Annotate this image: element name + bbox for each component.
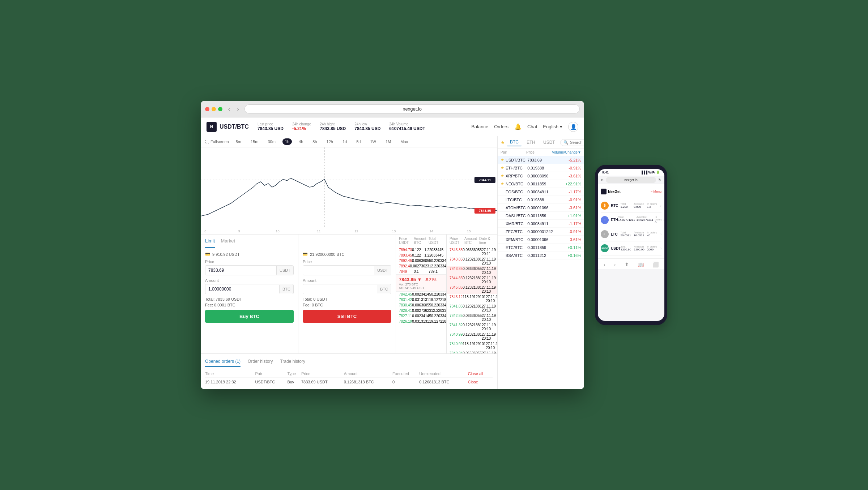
star-filter-icon[interactable]: ★ xyxy=(501,140,505,145)
trading-app: N USDT/BTC Last price 7843.85 USD 24h ch… xyxy=(201,117,584,389)
phone-refresh-icon[interactable]: ↻ xyxy=(658,178,661,182)
balance-link[interactable]: Balance xyxy=(471,124,488,129)
usdt-coin-icon: USDT xyxy=(601,244,609,252)
timeframe-4h[interactable]: 4h xyxy=(296,138,306,145)
orders-link[interactable]: Orders xyxy=(494,124,509,129)
sell-button[interactable]: Sell BTC xyxy=(303,310,391,323)
phone-nav-back[interactable]: ‹ xyxy=(604,262,605,267)
market-row-xrp-btc[interactable]: ★ XRP/BTC 0.00003096 -3.61% xyxy=(498,172,584,180)
buy-form-panel: Limit Market 💳 9 910.92 USDT Price xyxy=(201,235,298,353)
current-vol2-info: 6107415.49 USD xyxy=(399,286,443,290)
chart-toolbar: ⛶ Fullscreen 5m 15m 30m 1h 4h 8h 12h 1d … xyxy=(201,136,497,147)
buy-amount-input-wrap: BTC xyxy=(205,284,294,294)
market-row-ltc-btc[interactable]: ★ LTC/BTC 0.019388 -0.91% xyxy=(498,196,584,204)
buy-order-row: 7827.11 0.0023414 50.22033445 xyxy=(396,313,446,319)
market-tab[interactable]: Market xyxy=(221,235,235,248)
maximize-dot[interactable] xyxy=(218,107,222,111)
last-price-stat: Last price 7843.85 USD xyxy=(258,122,284,131)
language-button[interactable]: English ▾ xyxy=(543,124,562,129)
buy-balance-row: 💳 9 910.92 USDT xyxy=(205,252,294,257)
chat-link[interactable]: Chat xyxy=(527,124,537,129)
timeframe-30m[interactable]: 30m xyxy=(265,138,278,145)
sell-fee: Fee: 0 BTC xyxy=(303,303,391,307)
market-row-eos-btc[interactable]: ★ EOS/BTC 0.00034911 -1.17% xyxy=(498,188,584,196)
bell-icon[interactable]: 🔔 xyxy=(514,123,522,130)
market-row-bsa-btc[interactable]: ★ BSA/BTC 0.0011212 +0.16% xyxy=(498,252,584,259)
market-tab-eth[interactable]: ETH xyxy=(524,139,538,146)
close-all-button[interactable]: Close all xyxy=(468,371,483,376)
market-row-dash-btc[interactable]: ★ DASH/BTC 0.0011859 +1.91% xyxy=(498,212,584,220)
buy-amount-group: Amount BTC xyxy=(205,278,294,294)
volume-stat: 24h Volume 6107415.49 USDT xyxy=(389,122,425,131)
timeframe-1m[interactable]: 1M xyxy=(383,138,393,145)
close-order-button[interactable]: Close xyxy=(468,380,478,384)
timeframe-1h[interactable]: 1h xyxy=(282,138,292,145)
phone-menu-button[interactable]: ≡ Menu xyxy=(651,190,661,193)
buy-amount-input[interactable] xyxy=(205,284,279,294)
chevron-down-icon: ▾ xyxy=(560,124,562,129)
user-icon[interactable]: 👤 xyxy=(568,122,578,132)
market-tab-btc[interactable]: BTC xyxy=(507,138,522,146)
phone-ltc-row: Ł LTC Total 50.0511 Available 10.0511 xyxy=(601,227,661,241)
last-price-value: 7843.85 USD xyxy=(258,126,284,131)
timeframe-8h[interactable]: 8h xyxy=(310,138,319,145)
market-row-usdt-btc[interactable]: ★ USDT/BTC 7833.69 -5.21% xyxy=(498,156,584,164)
orderbook-right: Price USDT Amount BTC Date & time 7843.8… xyxy=(447,235,497,353)
col-unexecuted: Unexecuted xyxy=(419,370,468,378)
buy-balance: 9 910.92 USDT xyxy=(212,252,240,257)
sell-price-group: Price USDT xyxy=(303,259,391,275)
sell-price-input[interactable] xyxy=(303,266,374,275)
phone-nav-share[interactable]: ⬆ xyxy=(625,262,629,267)
svg-text:12: 12 xyxy=(354,229,358,233)
market-row-eth-btc[interactable]: ★ ETH/BTC 0.019388 -0.91% xyxy=(498,164,584,172)
svg-text:10: 10 xyxy=(276,229,279,233)
market-tab-usdt[interactable]: USDT xyxy=(540,139,558,146)
timeframe-1w[interactable]: 1W xyxy=(367,138,379,145)
phone-nav-tabs[interactable]: ⬜ xyxy=(652,262,659,267)
limit-tab[interactable]: Limit xyxy=(205,235,215,248)
market-search-input[interactable] xyxy=(570,140,584,145)
order-history-tab[interactable]: Order history xyxy=(248,357,273,367)
phone-forward-btn[interactable]: › xyxy=(602,177,604,182)
usdt-name: USDT xyxy=(611,246,621,250)
order-close-cell: Close xyxy=(468,378,493,387)
close-dot[interactable] xyxy=(205,107,209,111)
buy-price-input[interactable] xyxy=(205,266,276,275)
market-row-zec-btc[interactable]: ★ ZEC/BTC 0.0000001242 -0.91% xyxy=(498,228,584,236)
sell-order-row: 7894.73 0.122 1.22033445 xyxy=(396,247,446,253)
trade-history-tab[interactable]: Trade history xyxy=(280,357,305,367)
market-row-xmr-btc[interactable]: ★ XMR/BTC 0.00034911 -1.17% xyxy=(498,220,584,228)
opened-orders-tab[interactable]: Opened orders (1) xyxy=(205,357,241,367)
timeframe-5d[interactable]: 5d xyxy=(354,138,363,145)
market-row-xem-btc[interactable]: ★ XEM/BTC 0.00001096 -3.61% xyxy=(498,236,584,244)
phone-nav-forward[interactable]: › xyxy=(614,262,616,267)
timeframe-5m[interactable]: 5m xyxy=(233,138,244,145)
order-row: 19.11.2019 22:32 USDT/BTC Buy 7833.69 US… xyxy=(205,378,493,387)
phone-nav-bookmark[interactable]: 📖 xyxy=(638,262,644,267)
timeframe-1d[interactable]: 1d xyxy=(340,138,349,145)
market-row-etc-btc[interactable]: ★ ETC/BTC 0.0011859 +0.11% xyxy=(498,244,584,252)
minimize-dot[interactable] xyxy=(212,107,216,111)
sell-amount-input[interactable] xyxy=(303,284,377,294)
market-row-atom-btc[interactable]: ★ ATOM/BTC 0.00001096 -3.61% xyxy=(498,204,584,212)
timeframe-12h[interactable]: 12h xyxy=(324,138,336,145)
eth-arrow-icon: › xyxy=(663,218,664,222)
sell-amount-currency: BTC xyxy=(377,285,391,293)
logo-area: N USDT/BTC xyxy=(207,122,249,132)
phone-url-bar[interactable]: nexget.io xyxy=(606,177,656,183)
btc-arrow-icon: › xyxy=(660,204,661,208)
order-type-tabs: Limit Market xyxy=(201,235,298,248)
low-label: 24h low xyxy=(354,122,380,126)
fullscreen-button[interactable]: ⛶ Fullscreen xyxy=(205,139,229,144)
timeframe-max[interactable]: Max xyxy=(398,138,410,145)
usdt-arrow-icon: › xyxy=(660,246,661,250)
url-bar[interactable]: nexget.io xyxy=(244,104,580,113)
buy-price-currency: USDT xyxy=(276,266,293,275)
orderbook-header: Price USDT Amount BTC Total USDT xyxy=(396,235,446,247)
forward-button[interactable]: › xyxy=(235,106,241,113)
market-row-neo-btc[interactable]: ★ NEO/BTC 0.0011859 +22.91% xyxy=(498,180,584,188)
timeframe-15m[interactable]: 15m xyxy=(248,138,261,145)
back-button[interactable]: ‹ xyxy=(226,106,232,113)
ob-header-amount: Amount BTC xyxy=(414,237,429,245)
buy-button[interactable]: Buy BTC xyxy=(205,310,294,323)
